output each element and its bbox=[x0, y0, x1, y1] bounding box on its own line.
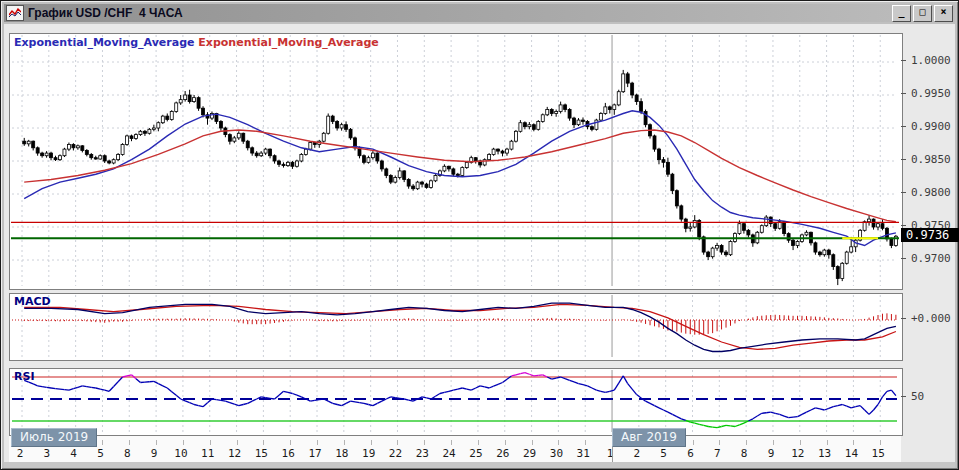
date-label: 7 bbox=[706, 447, 728, 460]
macd-panel[interactable]: MACD bbox=[9, 293, 903, 361]
date-label: 3 bbox=[36, 447, 58, 460]
date-axis-tick bbox=[210, 440, 211, 445]
macd-axis-tick bbox=[901, 318, 906, 319]
macd-axis-value: +0.000 bbox=[901, 312, 951, 325]
close-button[interactable]: × bbox=[934, 5, 953, 22]
date-label: 11 bbox=[197, 447, 219, 460]
date-axis-tick bbox=[451, 440, 452, 445]
current-price-tag: 0.9736 bbox=[901, 228, 959, 242]
bottom-frame-band bbox=[4, 462, 955, 468]
date-label: 4 bbox=[63, 447, 85, 460]
maximize-button[interactable]: □ bbox=[913, 5, 932, 22]
date-label: 9 bbox=[143, 447, 165, 460]
date-axis-tick bbox=[853, 440, 854, 445]
date-axis: 2345891011121516171819222324252629303112… bbox=[9, 436, 901, 462]
chart-window: График USD /CHF 4 ЧАСА _ □ × Exponential… bbox=[0, 0, 959, 470]
indicator-legend: Exponential_Moving_Average Exponential_M… bbox=[14, 36, 379, 49]
ema-slow-legend: Exponential_Moving_Average bbox=[198, 36, 378, 49]
date-axis-tick bbox=[746, 440, 747, 445]
date-label: 19 bbox=[358, 447, 380, 460]
date-label: 29 bbox=[519, 447, 541, 460]
date-axis-tick bbox=[505, 440, 506, 445]
date-label: 9 bbox=[760, 447, 782, 460]
date-axis-tick bbox=[532, 440, 533, 445]
minimize-button[interactable]: _ bbox=[892, 5, 911, 22]
date-axis-tick bbox=[156, 440, 157, 445]
date-label: 31 bbox=[572, 447, 594, 460]
date-label: 15 bbox=[250, 447, 272, 460]
price-tick-label: 0.9700 bbox=[901, 252, 951, 265]
date-label: 6 bbox=[680, 447, 702, 460]
date-axis-tick bbox=[773, 440, 774, 445]
date-label: 8 bbox=[116, 447, 138, 460]
date-axis-tick bbox=[800, 440, 801, 445]
price-tick-label: 0.9950 bbox=[901, 87, 951, 100]
chart-app-icon bbox=[6, 5, 24, 21]
date-label: 12 bbox=[787, 447, 809, 460]
date-label: 10 bbox=[170, 447, 192, 460]
date-label: 5 bbox=[653, 447, 675, 460]
price-tick-label: 0.9900 bbox=[901, 120, 951, 133]
window-title: График USD /CHF 4 ЧАСА bbox=[28, 6, 890, 20]
date-axis-tick bbox=[290, 440, 291, 445]
rsi-axis-value: 50 bbox=[901, 390, 924, 403]
window-titlebar[interactable]: График USD /CHF 4 ЧАСА _ □ × bbox=[4, 4, 955, 22]
date-label: 14 bbox=[840, 447, 862, 460]
date-axis-tick bbox=[102, 440, 103, 445]
date-label: 2 bbox=[626, 447, 648, 460]
date-axis-tick bbox=[371, 440, 372, 445]
macd-title: MACD bbox=[14, 295, 51, 308]
price-tick-label: 0.9850 bbox=[901, 153, 951, 166]
date-label: 18 bbox=[331, 447, 353, 460]
candlestick-chart bbox=[10, 34, 900, 287]
date-label: 5 bbox=[89, 447, 111, 460]
date-label: 30 bbox=[545, 447, 567, 460]
date-label: 12 bbox=[224, 447, 246, 460]
date-axis-tick bbox=[424, 440, 425, 445]
date-axis-tick bbox=[558, 440, 559, 445]
date-axis-tick bbox=[344, 440, 345, 445]
date-axis-tick bbox=[317, 440, 318, 445]
date-label: 1 bbox=[599, 447, 621, 460]
date-axis-tick bbox=[129, 440, 130, 445]
price-axis: 1.00000.99500.99000.98500.98000.97500.97… bbox=[901, 24, 957, 324]
date-axis-tick bbox=[827, 440, 828, 445]
price-chart-panel[interactable]: Exponential_Moving_Average Exponential_M… bbox=[9, 33, 903, 290]
date-label: 16 bbox=[277, 447, 299, 460]
price-tick-label: 0.9800 bbox=[901, 186, 951, 199]
rsi-panel[interactable]: RSI bbox=[9, 368, 903, 436]
date-axis-tick bbox=[880, 440, 881, 445]
rsi-axis-tick bbox=[901, 396, 906, 397]
date-label: 24 bbox=[438, 447, 460, 460]
date-label: 8 bbox=[733, 447, 755, 460]
date-axis-tick bbox=[478, 440, 479, 445]
month-badge-july: Июль 2019 bbox=[11, 428, 97, 447]
date-label: 22 bbox=[384, 447, 406, 460]
date-label: 17 bbox=[304, 447, 326, 460]
price-tick-label: 1.0000 bbox=[901, 54, 951, 67]
date-label: 26 bbox=[492, 447, 514, 460]
date-axis-tick bbox=[237, 440, 238, 445]
rsi-title: RSI bbox=[14, 370, 35, 383]
date-axis-tick bbox=[397, 440, 398, 445]
date-axis-tick bbox=[719, 440, 720, 445]
ema-fast-legend: Exponential_Moving_Average bbox=[14, 36, 194, 49]
date-label: 13 bbox=[814, 447, 836, 460]
date-axis-tick bbox=[585, 440, 586, 445]
date-label: 2 bbox=[9, 447, 31, 460]
date-label: 23 bbox=[411, 447, 433, 460]
chart-content: Exponential_Moving_Average Exponential_M… bbox=[4, 24, 955, 466]
macd-chart bbox=[10, 294, 900, 358]
date-axis-tick bbox=[263, 440, 264, 445]
rsi-chart bbox=[10, 369, 900, 433]
date-axis-tick bbox=[693, 440, 694, 445]
month-badge-august: Авг 2019 bbox=[612, 428, 686, 447]
date-label: 25 bbox=[465, 447, 487, 460]
date-axis-tick bbox=[183, 440, 184, 445]
date-label: 15 bbox=[867, 447, 889, 460]
